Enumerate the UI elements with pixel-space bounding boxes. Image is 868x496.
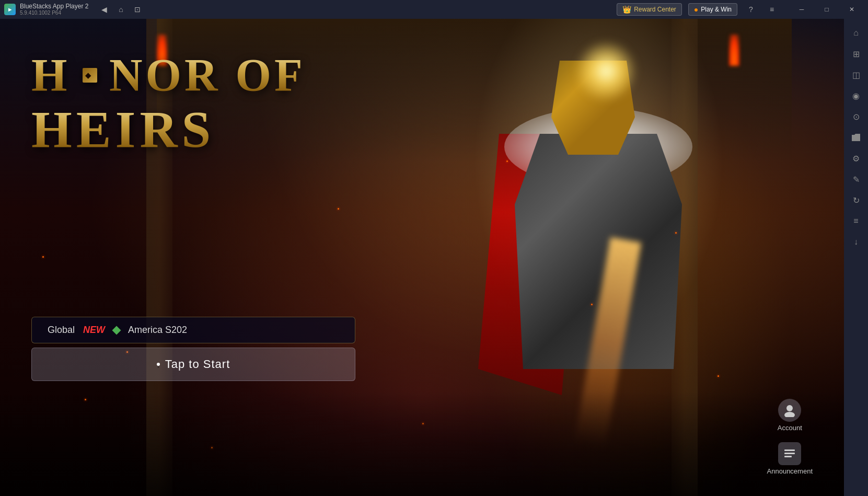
tap-to-start-button[interactable]: · Tap to Start bbox=[31, 348, 355, 381]
maximize-button[interactable]: □ bbox=[815, 1, 839, 18]
sidebar-refresh-button[interactable]: ↻ bbox=[846, 190, 866, 210]
crown-glow bbox=[575, 40, 638, 102]
back-button[interactable]: ◀ bbox=[97, 2, 111, 17]
game-area[interactable]: HO◆NOR OF HEIRS Global NEW America S202 … bbox=[0, 19, 844, 496]
announcement-button[interactable]: Announcement bbox=[767, 442, 813, 475]
server-area: Global NEW America S202 · Tap to Start bbox=[31, 317, 355, 381]
right-sidebar: ⌂ ⊞ ◫ ◉ ⊙ ⚙ ✎ ↻ ≡ ↓ bbox=[844, 19, 868, 496]
home-button[interactable]: ⌂ bbox=[113, 2, 128, 17]
svg-rect-4 bbox=[784, 456, 792, 457]
sidebar-edit-button[interactable]: ✎ bbox=[846, 169, 866, 189]
app-logo: ▶ bbox=[4, 4, 16, 15]
game-title-text: HO◆NOR OF HEIRS bbox=[31, 50, 371, 158]
sidebar-grid-button[interactable]: ⊞ bbox=[846, 44, 866, 64]
app-version: 5.9.410.1002 P64 bbox=[20, 10, 88, 16]
server-selector[interactable]: Global NEW America S202 bbox=[31, 317, 355, 343]
tap-to-start-label: Tap to Start bbox=[165, 357, 230, 371]
tab-button[interactable]: ⊡ bbox=[130, 2, 145, 17]
account-label: Account bbox=[778, 424, 802, 432]
reward-center-label: Reward Center bbox=[634, 6, 676, 13]
play-win-button[interactable]: ● Play & Win bbox=[688, 3, 737, 16]
bottom-right-panel: Account Announcement bbox=[767, 399, 813, 475]
titlebar: ▶ BlueStacks App Player 2 5.9.410.1002 P… bbox=[0, 0, 868, 19]
announcement-label: Announcement bbox=[767, 467, 813, 475]
sidebar-home-button[interactable]: ⌂ bbox=[846, 23, 866, 43]
menu-button[interactable]: ≡ bbox=[765, 2, 779, 17]
crown-icon: 👑 bbox=[622, 5, 631, 14]
close-button[interactable]: ✕ bbox=[840, 1, 864, 18]
server-region: Global bbox=[48, 325, 75, 336]
main-container: HO◆NOR OF HEIRS Global NEW America S202 … bbox=[0, 19, 868, 496]
sidebar-controller-button[interactable]: ◉ bbox=[846, 86, 866, 106]
svg-point-1 bbox=[784, 412, 795, 417]
reward-center-button[interactable]: 👑 Reward Center bbox=[617, 3, 682, 16]
sidebar-layers-button[interactable]: ◫ bbox=[846, 65, 866, 85]
titlebar-left: ▶ BlueStacks App Player 2 5.9.410.1002 P… bbox=[4, 2, 145, 17]
title-honor-of: HO◆NOR OF bbox=[31, 50, 371, 101]
announcement-icon bbox=[778, 442, 801, 465]
minimize-button[interactable]: ─ bbox=[790, 1, 814, 18]
server-row: Global NEW America S202 bbox=[32, 317, 355, 343]
floor-overlay bbox=[0, 391, 844, 496]
help-button[interactable]: ? bbox=[744, 2, 758, 17]
svg-rect-3 bbox=[784, 453, 795, 454]
svg-point-0 bbox=[786, 405, 793, 411]
account-button[interactable]: Account bbox=[778, 399, 802, 432]
tap-dot-icon: · bbox=[157, 363, 160, 366]
server-diamond-icon bbox=[112, 326, 121, 334]
window-controls: ─ □ ✕ bbox=[790, 1, 864, 18]
sidebar-settings-button[interactable]: ⚙ bbox=[846, 148, 866, 168]
app-title: BlueStacks App Player 2 bbox=[20, 3, 88, 10]
orange-circle-icon: ● bbox=[694, 5, 698, 14]
titlebar-nav: ◀ ⌂ ⊡ bbox=[97, 2, 145, 17]
sidebar-folder-button[interactable] bbox=[846, 128, 866, 147]
server-name: America S202 bbox=[128, 325, 187, 336]
play-win-label: Play & Win bbox=[701, 6, 732, 13]
sidebar-stack-button[interactable]: ≡ bbox=[846, 211, 866, 231]
game-title-area: HO◆NOR OF HEIRS bbox=[31, 50, 371, 158]
account-icon bbox=[778, 399, 801, 422]
svg-rect-2 bbox=[784, 449, 795, 451]
server-new-badge: NEW bbox=[83, 325, 105, 336]
titlebar-right: 👑 Reward Center ● Play & Win ? ≡ ─ □ ✕ bbox=[617, 1, 864, 18]
sidebar-download-button[interactable]: ↓ bbox=[846, 232, 866, 252]
title-heirs: HEIRS bbox=[31, 101, 371, 158]
sidebar-camera-button[interactable]: ⊙ bbox=[846, 107, 866, 126]
